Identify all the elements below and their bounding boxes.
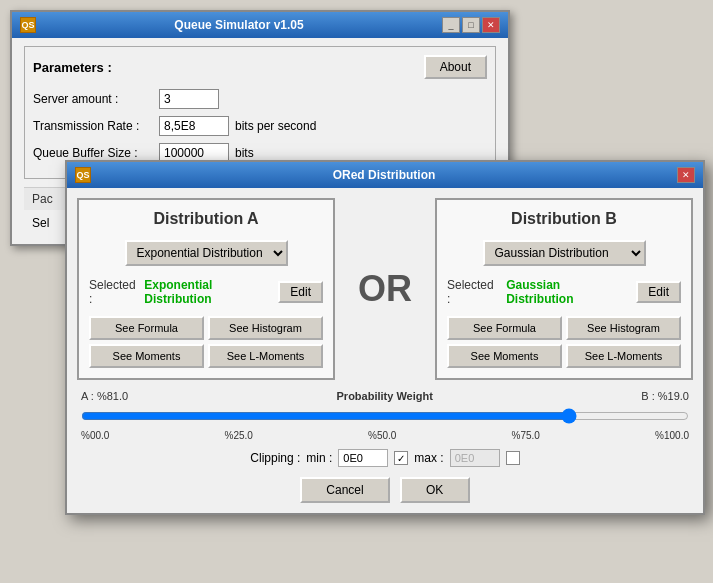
queue-buffer-unit: bits xyxy=(235,146,254,160)
dist-b-moments-button[interactable]: See Moments xyxy=(447,344,562,368)
distribution-b-panel: Distribution B Exponential Distribution … xyxy=(435,198,693,380)
transmission-rate-row: Transmission Rate : bits per second xyxy=(33,116,487,136)
prob-a-label: A : %81.0 xyxy=(81,390,128,402)
maximize-button[interactable]: □ xyxy=(462,17,480,33)
modal-content: Distribution A Exponential Distribution … xyxy=(67,188,703,513)
dist-b-edit-button[interactable]: Edit xyxy=(636,281,681,303)
server-amount-label: Server amount : xyxy=(33,92,153,106)
dist-b-selected-label: Selected : xyxy=(447,278,500,306)
clipping-max-checkbox[interactable] xyxy=(506,451,520,465)
queue-buffer-label: Queue Buffer Size : xyxy=(33,146,153,160)
main-title: Queue Simulator v1.05 xyxy=(36,18,442,32)
server-amount-input[interactable] xyxy=(159,89,219,109)
dist-b-select[interactable]: Exponential Distribution Gaussian Distri… xyxy=(483,240,646,266)
distribution-a-panel: Distribution A Exponential Distribution … xyxy=(77,198,335,380)
distributions-row: Distribution A Exponential Distribution … xyxy=(77,198,693,380)
clipping-max-input[interactable] xyxy=(450,449,500,467)
minimize-button[interactable]: _ xyxy=(442,17,460,33)
prob-slider-container xyxy=(81,406,689,426)
modal-titlebar: QS ORed Distribution ✕ xyxy=(67,162,703,188)
dist-b-histogram-button[interactable]: See Histogram xyxy=(566,316,681,340)
dist-a-select[interactable]: Exponential Distribution Gaussian Distri… xyxy=(125,240,288,266)
params-header: Parameters : About xyxy=(33,55,487,79)
dist-a-selected-value: Exponential Distribution xyxy=(144,278,272,306)
clipping-max-label: max : xyxy=(414,451,443,465)
transmission-rate-input[interactable] xyxy=(159,116,229,136)
about-button[interactable]: About xyxy=(424,55,487,79)
dist-b-selected-value: Gaussian Distribution xyxy=(506,278,630,306)
dist-b-formula-button[interactable]: See Formula xyxy=(447,316,562,340)
clipping-label: Clipping : xyxy=(250,451,300,465)
transmission-unit: bits per second xyxy=(235,119,316,133)
modal-titlebar-controls: ✕ xyxy=(677,167,695,183)
tick-75: %75.0 xyxy=(512,430,540,441)
titlebar-controls: _ □ ✕ xyxy=(442,17,500,33)
dist-b-title: Distribution B xyxy=(447,210,681,228)
modal-title: ORed Distribution xyxy=(91,168,677,182)
clipping-row: Clipping : min : max : xyxy=(77,449,693,467)
clipping-checkbox[interactable] xyxy=(394,451,408,465)
cancel-button[interactable]: Cancel xyxy=(300,477,389,503)
dist-a-dropdown-row: Exponential Distribution Gaussian Distri… xyxy=(89,240,323,266)
prob-weight-section: A : %81.0 Probability Weight B : %19.0 %… xyxy=(77,390,693,441)
dist-a-moments-button[interactable]: See Moments xyxy=(89,344,204,368)
prob-header: A : %81.0 Probability Weight B : %19.0 xyxy=(81,390,689,402)
or-label: OR xyxy=(345,198,425,380)
dist-b-selected-row: Selected : Gaussian Distribution Edit xyxy=(447,278,681,306)
dist-a-formula-button[interactable]: See Formula xyxy=(89,316,204,340)
clipping-min-input[interactable] xyxy=(338,449,388,467)
clipping-min-label: min : xyxy=(306,451,332,465)
dist-a-histogram-button[interactable]: See Histogram xyxy=(208,316,323,340)
bottom-buttons: Cancel OK xyxy=(77,477,693,503)
dist-b-dropdown-row: Exponential Distribution Gaussian Distri… xyxy=(447,240,681,266)
sel-label: Sel xyxy=(32,216,49,230)
close-button[interactable]: ✕ xyxy=(482,17,500,33)
prob-weight-slider[interactable] xyxy=(81,406,689,426)
modal-app-icon: QS xyxy=(75,167,91,183)
app-icon: QS xyxy=(20,17,36,33)
tick-100: %100.0 xyxy=(655,430,689,441)
modal-window: QS ORed Distribution ✕ Distribution A Ex… xyxy=(65,160,705,515)
tick-labels: %00.0 %25.0 %50.0 %75.0 %100.0 xyxy=(81,430,689,441)
dist-a-selected-row: Selected : Exponential Distribution Edit xyxy=(89,278,323,306)
pac-label: Pac xyxy=(32,192,53,206)
transmission-rate-label: Transmission Rate : xyxy=(33,119,153,133)
prob-b-label: B : %19.0 xyxy=(641,390,689,402)
ok-button[interactable]: OK xyxy=(400,477,470,503)
modal-close-button[interactable]: ✕ xyxy=(677,167,695,183)
dist-b-actions: See Formula See Histogram See Moments Se… xyxy=(447,316,681,368)
dist-a-lmoments-button[interactable]: See L-Moments xyxy=(208,344,323,368)
tick-50: %50.0 xyxy=(368,430,396,441)
main-titlebar: QS Queue Simulator v1.05 _ □ ✕ xyxy=(12,12,508,38)
dist-a-actions: See Formula See Histogram See Moments Se… xyxy=(89,316,323,368)
server-amount-row: Server amount : xyxy=(33,89,487,109)
tick-0: %00.0 xyxy=(81,430,109,441)
dist-a-selected-label: Selected : xyxy=(89,278,138,306)
dist-b-lmoments-button[interactable]: See L-Moments xyxy=(566,344,681,368)
tick-25: %25.0 xyxy=(225,430,253,441)
params-label: Parameters : xyxy=(33,60,112,75)
dist-a-title: Distribution A xyxy=(89,210,323,228)
dist-a-edit-button[interactable]: Edit xyxy=(278,281,323,303)
prob-weight-label: Probability Weight xyxy=(337,390,433,402)
